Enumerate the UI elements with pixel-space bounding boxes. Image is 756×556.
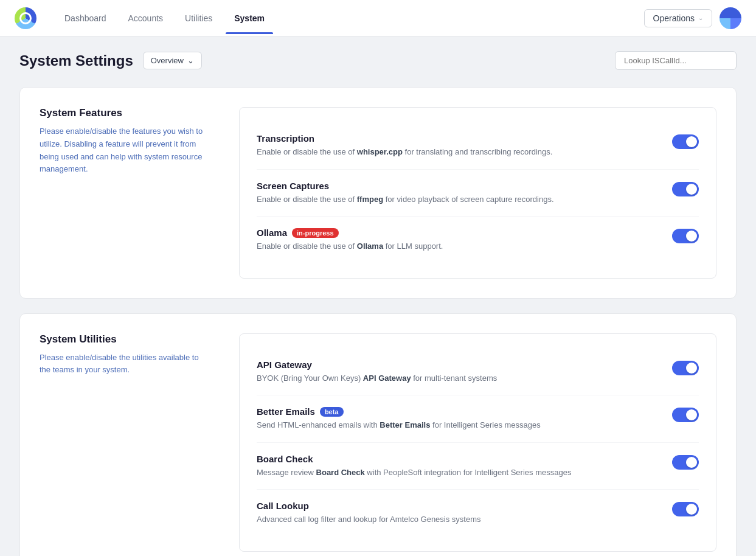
feature-transcription: Transcription Enable or disable the use …: [257, 122, 699, 170]
feature-api-gateway-info: API Gateway BYOK (Bring Your Own Keys) A…: [257, 360, 672, 384]
overview-chevron-icon: ⌄: [187, 56, 194, 65]
nav-system[interactable]: System: [226, 2, 273, 34]
navbar: Dashboard Accounts Utilities System Oper…: [0, 0, 756, 36]
feature-call-lookup: Call Lookup Advanced call log filter and…: [257, 490, 699, 537]
system-features-left: System Features Please enable/disable th…: [40, 107, 210, 279]
feature-better-emails-desc: Send HTML-enhanced emails with Better Em…: [257, 419, 657, 431]
feature-board-check-desc: Message review Board Check with PeopleSo…: [257, 467, 657, 479]
app-logo[interactable]: [15, 7, 36, 29]
feature-call-lookup-info: Call Lookup Advanced call log filter and…: [257, 501, 672, 526]
feature-screen-captures-desc: Enable or disable the use of ffmpeg for …: [257, 193, 657, 206]
screen-captures-toggle[interactable]: [672, 182, 699, 196]
call-lookup-toggle[interactable]: [672, 502, 699, 516]
nav-links: Dashboard Accounts Utilities System: [56, 2, 644, 34]
feature-transcription-info: Transcription Enable or disable the use …: [257, 133, 672, 158]
feature-call-lookup-name: Call Lookup: [257, 501, 657, 511]
feature-api-gateway-desc: BYOK (Bring Your Own Keys) API Gateway f…: [257, 372, 657, 384]
feature-better-emails: Better Emails beta Send HTML-enhanced em…: [257, 395, 699, 443]
nav-right: Operations ⌄: [644, 7, 741, 29]
nav-utilities[interactable]: Utilities: [176, 2, 221, 34]
feature-screen-captures-name: Screen Captures: [257, 181, 657, 191]
feature-ollama: Ollama in-progress Enable or disable the…: [257, 217, 699, 263]
lookup-input[interactable]: [615, 51, 737, 70]
nav-accounts[interactable]: Accounts: [120, 2, 172, 34]
feature-transcription-desc: Enable or disable the use of whisper.cpp…: [257, 146, 657, 158]
operations-dropdown[interactable]: Operations ⌄: [644, 9, 712, 27]
chevron-down-icon: ⌄: [698, 15, 703, 21]
feature-better-emails-info: Better Emails beta Send HTML-enhanced em…: [257, 406, 672, 431]
system-features-section: System Features Please enable/disable th…: [19, 87, 737, 299]
operations-label: Operations: [653, 13, 695, 23]
system-features-title: System Features: [40, 107, 210, 119]
feature-call-lookup-desc: Advanced call log filter and lookup for …: [257, 513, 657, 526]
feature-ollama-desc: Enable or disable the use of Ollama for …: [257, 240, 657, 252]
feature-screen-captures-info: Screen Captures Enable or disable the us…: [257, 181, 672, 206]
page-title-area: System Settings Overview ⌄: [19, 52, 202, 69]
ollama-badge: in-progress: [292, 228, 339, 238]
overview-dropdown[interactable]: Overview ⌄: [143, 52, 202, 69]
feature-board-check-name: Board Check: [257, 454, 657, 464]
system-features-right: Transcription Enable or disable the use …: [239, 107, 716, 279]
nav-dashboard[interactable]: Dashboard: [56, 2, 115, 34]
feature-api-gateway: API Gateway BYOK (Bring Your Own Keys) A…: [257, 349, 699, 396]
system-utilities-desc: Please enable/disable the utilities avai…: [40, 352, 210, 377]
feature-board-check: Board Check Message review Board Check w…: [257, 443, 699, 490]
system-utilities-section: System Utilities Please enable/disable t…: [19, 313, 737, 557]
user-avatar[interactable]: [720, 7, 741, 29]
api-gateway-toggle[interactable]: [672, 361, 699, 375]
system-utilities-right: API Gateway BYOK (Bring Your Own Keys) A…: [239, 333, 716, 552]
feature-api-gateway-name: API Gateway: [257, 360, 657, 370]
board-check-toggle[interactable]: [672, 455, 699, 470]
transcription-toggle[interactable]: [672, 134, 699, 149]
overview-label: Overview: [151, 56, 184, 65]
better-emails-badge: beta: [320, 407, 344, 417]
feature-transcription-name: Transcription: [257, 133, 657, 144]
ollama-toggle[interactable]: [672, 229, 699, 243]
better-emails-toggle[interactable]: [672, 408, 699, 422]
page-content: System Settings Overview ⌄ System Featur…: [0, 36, 756, 556]
feature-ollama-info: Ollama in-progress Enable or disable the…: [257, 228, 672, 252]
feature-better-emails-name: Better Emails beta: [257, 406, 657, 417]
page-title: System Settings: [19, 52, 133, 69]
feature-ollama-name: Ollama in-progress: [257, 228, 657, 238]
system-features-desc: Please enable/disable the features you w…: [40, 125, 210, 176]
feature-board-check-info: Board Check Message review Board Check w…: [257, 454, 672, 479]
page-header: System Settings Overview ⌄: [19, 51, 737, 70]
feature-screen-captures: Screen Captures Enable or disable the us…: [257, 170, 699, 217]
system-utilities-left: System Utilities Please enable/disable t…: [40, 333, 210, 552]
system-utilities-title: System Utilities: [40, 333, 210, 346]
